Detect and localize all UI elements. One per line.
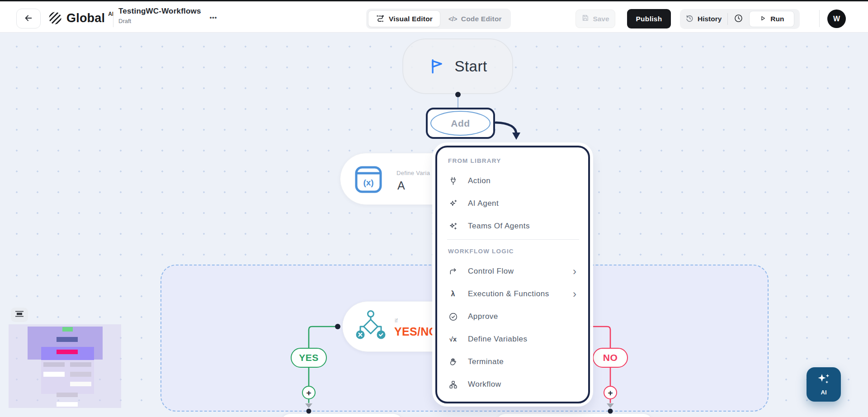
run-label: Run [770,15,784,23]
minimap-node [70,362,91,367]
history-button[interactable]: History [685,14,722,24]
workflow-canvas[interactable]: Start Add (x) Define Varia A [0,33,868,417]
tab-visual-editor[interactable]: Visual Editor [368,10,440,27]
start-node-label: Start [454,58,487,75]
minimap-node [62,327,73,332]
schedule-clock-button[interactable] [734,14,743,24]
menu-item-workflow[interactable]: Workflow [447,373,579,396]
publish-button[interactable]: Publish [627,9,671,28]
minimap-node [57,337,78,342]
group-divider [727,13,728,25]
route-icon [376,14,385,24]
menu-divider [447,239,579,240]
menu-item-terminate[interactable]: Terminate [447,351,579,373]
ellipsis-icon: ••• [210,14,217,21]
run-button[interactable]: Run [749,11,794,27]
menu-item-action[interactable]: Action [447,170,579,192]
history-icon [685,14,694,24]
save-button[interactable]: Save [576,9,615,28]
minimap-node [57,393,78,397]
visual-editor-label: Visual Editor [389,15,433,23]
no-branch-next-node[interactable] [496,414,652,417]
align-layers-icon [15,311,24,319]
flag-icon [428,57,444,76]
no-branch-add-button[interactable]: + [604,386,617,399]
menu-item-ai-agent[interactable]: AI Agent [447,192,579,215]
define-node-title: Define Varia [396,170,430,176]
no-branch-label: NO [593,348,628,368]
header-divider [113,12,113,27]
start-node[interactable]: Start [402,38,513,94]
yes-branch-add-button[interactable]: + [302,386,316,399]
save-label: Save [593,15,609,23]
brand-name: Global [66,10,105,26]
branch-arrow-icon [448,267,458,276]
yes-branch-next-node[interactable] [281,414,402,417]
minimap-node [43,372,65,377]
if-node-value: YES/NO [394,325,438,338]
minimap-node [43,362,65,367]
plus-icon: + [608,389,613,397]
back-arrow-icon [24,13,33,24]
add-node-menu: FROM LIBRARY Action AI Agent Teams Of Ag… [435,146,590,403]
menu-item-approve[interactable]: Approve [447,305,579,328]
tab-code-editor[interactable]: </> Code Editor [441,10,509,27]
lambda-icon: λ [448,290,458,298]
define-node-value: A [397,179,405,192]
header-divider [819,10,820,27]
code-editor-label: Code Editor [461,15,502,23]
yes-branch-label: YES [291,348,327,368]
minimap[interactable] [9,324,121,408]
chevron-right-icon: › [573,289,576,299]
globe-icon [47,10,63,28]
run-controls-group: History Run [680,9,800,29]
workflow-title-block: TestingWC-Workflows Draft [118,7,201,24]
variables-window-icon: (x) [354,165,383,196]
agent-star-icon [448,199,458,208]
page-title: TestingWC-Workflows [118,7,201,16]
menu-item-control-flow[interactable]: Control Flow › [447,260,579,283]
more-options-button[interactable]: ••• [204,12,222,23]
history-label: History [698,15,722,23]
hand-icon [448,357,458,367]
chevron-right-icon: › [573,266,576,277]
workflow-tree-icon [448,380,458,389]
menu-item-execution-functions[interactable]: λ Execution & Functions › [447,283,579,305]
sqrt-icon: √x [448,336,458,343]
editor-mode-toggle: Visual Editor </> Code Editor [366,9,511,29]
user-avatar[interactable]: W [827,9,846,28]
ai-assistant-button[interactable]: AI [807,367,841,402]
clock-icon [734,14,743,24]
add-node-label: Add [451,118,470,129]
code-icon: </> [448,15,457,23]
menu-section-title: WORKFLOW LOGIC [448,248,579,255]
floppy-icon [581,14,589,24]
play-icon [760,15,766,24]
add-node-button[interactable]: Add [426,108,495,139]
header: Global AI TestingWC-Workflows Draft ••• … [0,0,868,33]
back-button[interactable] [16,9,41,28]
check-circle-icon [448,312,458,322]
if-node-caption: if [395,317,398,324]
minimap-node [57,350,78,354]
plug-icon [448,176,458,186]
auto-layout-button[interactable] [11,308,28,322]
add-node-inner-ring: Add [430,111,491,136]
sparkles-icon [448,222,458,231]
ai-button-label: AI [821,389,827,396]
menu-item-define-variables[interactable]: √x Define Variables [447,328,579,351]
minimap-node [57,402,78,407]
brand-logo: Global AI [47,10,113,28]
svg-text:(x): (x) [363,178,373,187]
menu-section-title: FROM LIBRARY [448,157,579,164]
sparkle-ai-icon [816,373,831,388]
status-badge: Draft [118,18,201,24]
plus-icon: + [306,389,311,397]
window-top-edge [0,0,868,1]
minimap-node [70,382,91,386]
menu-item-teams-of-agents[interactable]: Teams Of Agents [447,215,579,237]
minimap-node [70,372,91,377]
decision-diamond-icon [354,309,388,346]
